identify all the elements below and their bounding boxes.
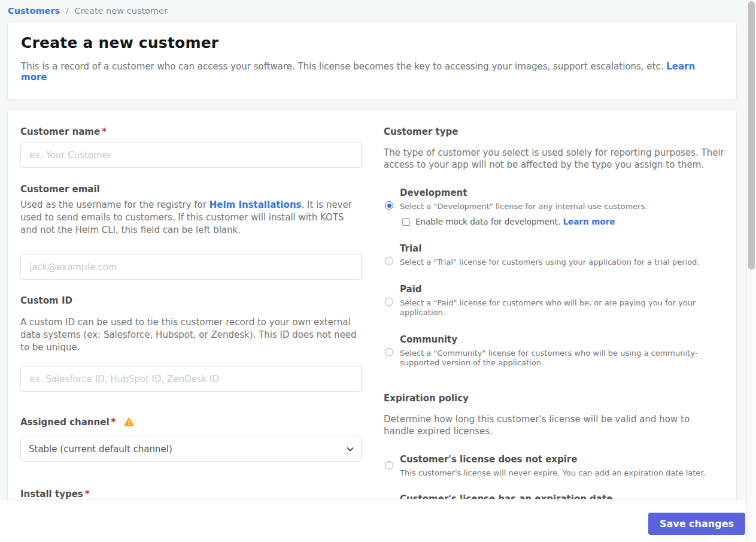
custom-id-help: A custom ID can be used to tie this cust…	[20, 316, 362, 354]
expiration-policy-description: Determine how long this customer's licen…	[384, 413, 719, 437]
custom-id-input[interactable]	[20, 367, 362, 392]
customer-name-label: Customer name*	[20, 126, 362, 138]
warning-icon	[124, 417, 134, 426]
expiration-policy-title: Expiration policy	[384, 393, 726, 404]
sticky-footer: Save changes	[0, 499, 746, 542]
breadcrumb-customers-link[interactable]: Customers	[8, 6, 60, 16]
required-asterisk: *	[85, 489, 90, 499]
trial-label: Trial	[400, 243, 726, 255]
assigned-channel-select[interactable]: Stable (current default channel)	[20, 437, 362, 462]
breadcrumb-current: Create new customer	[74, 6, 168, 16]
scrollbar-track[interactable]	[746, 0, 756, 542]
required-asterisk: *	[102, 126, 107, 137]
no-expire-label: Customer's license does not expire	[400, 454, 726, 465]
customer-type-option-community: Community Select a "Community" license f…	[384, 334, 726, 368]
helm-installations-link[interactable]: Helm Installations	[210, 199, 302, 210]
community-radio[interactable]	[385, 348, 393, 356]
mock-data-checkbox-label: Enable mock data for development.	[415, 217, 560, 226]
customer-email-help: Used as the username for the registry fo…	[20, 199, 362, 237]
expiration-option-no-expire: Customer's license does not expire This …	[384, 454, 726, 478]
no-expire-radio[interactable]	[385, 461, 393, 470]
paid-label: Paid	[400, 284, 726, 295]
customer-type-option-paid: Paid Select a "Paid" license for custome…	[384, 284, 726, 317]
customer-type-option-development: Development Select a "Development" licen…	[384, 187, 726, 226]
page-title: Create a new customer	[21, 34, 723, 52]
customer-email-label: Customer email	[20, 184, 362, 195]
customer-type-title: Customer type	[384, 126, 726, 138]
trial-radio[interactable]	[385, 257, 393, 265]
assigned-channel-label: Assigned channel*	[20, 417, 362, 428]
breadcrumb: Customers / Create new customer	[0, 0, 756, 21]
mock-data-checkbox-row: Enable mock data for development. Learn …	[400, 217, 726, 226]
breadcrumb-separator: /	[66, 6, 69, 16]
page-description: This is a record of a customer who can a…	[21, 61, 723, 83]
custom-id-label: Custom ID	[20, 295, 362, 307]
paid-description: Select a "Paid" license for customers wh…	[400, 298, 726, 317]
trial-description: Select a "Trial" license for customers u…	[400, 258, 726, 267]
no-expire-description: This customer's license will never expir…	[400, 468, 726, 478]
save-button[interactable]: Save changes	[648, 513, 745, 535]
development-description: Select a "Development" license for any i…	[400, 202, 726, 211]
customer-type-description: The type of customer you select is used …	[384, 147, 726, 171]
assigned-channel-label-text: Assigned channel	[20, 417, 110, 428]
community-description: Select a "Community" license for custome…	[400, 349, 726, 368]
customer-name-label-text: Customer name	[20, 126, 100, 137]
development-radio[interactable]	[385, 201, 393, 210]
scrollbar-thumb[interactable]	[748, 1, 755, 270]
page-description-text: This is a record of a customer who can a…	[21, 61, 663, 72]
customer-form-card: Customer name* Customer email Used as th…	[7, 110, 737, 517]
page-header-card: Create a new customer This is a record o…	[7, 21, 737, 100]
install-types-label-text: Install types	[20, 489, 83, 499]
community-label: Community	[400, 334, 726, 346]
mock-data-learn-more-link[interactable]: Learn more	[563, 217, 615, 226]
customer-type-option-trial: Trial Select a "Trial" license for custo…	[384, 243, 726, 267]
mock-data-checkbox[interactable]	[402, 218, 410, 226]
customer-email-input[interactable]	[20, 255, 362, 280]
form-right-column: Customer type The type of customer you s…	[384, 126, 726, 517]
form-left-column: Customer name* Customer email Used as th…	[20, 126, 362, 517]
customer-email-help-text: Used as the username for the registry fo…	[20, 199, 210, 210]
paid-radio[interactable]	[385, 298, 393, 306]
development-label: Development	[400, 187, 726, 199]
required-asterisk: *	[111, 417, 116, 428]
customer-name-input[interactable]	[20, 143, 362, 168]
